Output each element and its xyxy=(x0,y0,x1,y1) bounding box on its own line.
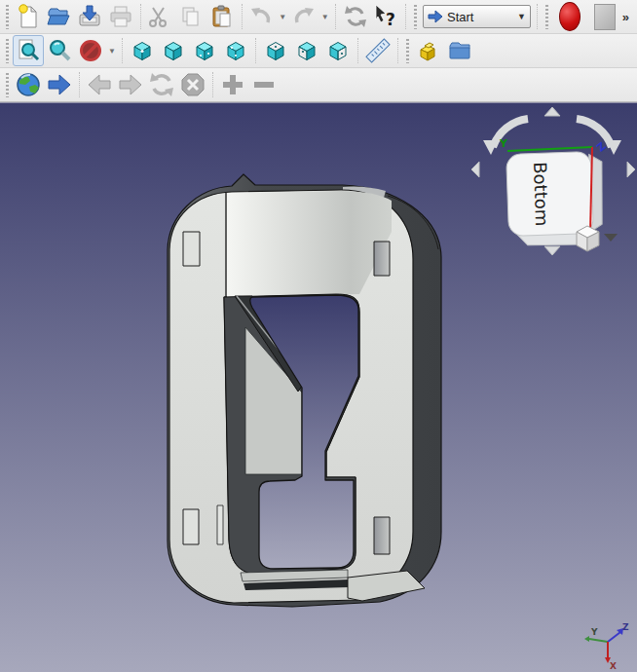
svg-text:?: ? xyxy=(386,10,395,29)
draw-style-button[interactable] xyxy=(75,35,106,66)
toolbar-drag-handle[interactable] xyxy=(405,38,410,63)
create-group-icon xyxy=(447,38,472,63)
file-toolbar: ▼ ▼ ? Start ▼ » xyxy=(0,0,637,34)
save-document-button[interactable] xyxy=(74,1,105,32)
zoom-in-icon xyxy=(219,71,246,98)
navcube-face-label[interactable]: Bottom xyxy=(530,162,552,227)
nav-stop-icon xyxy=(179,71,206,98)
model-part[interactable] xyxy=(168,174,441,607)
zoom-out-button[interactable] xyxy=(248,69,280,100)
create-group-button[interactable] xyxy=(444,35,475,66)
zoom-out-icon xyxy=(250,71,278,98)
toolbar-drag-handle[interactable] xyxy=(5,72,10,97)
whats-this-help-icon: ? xyxy=(373,4,398,29)
paste-button[interactable] xyxy=(206,1,238,32)
bottom-view-icon xyxy=(294,38,319,63)
redo-dropdown-arrow[interactable]: ▼ xyxy=(319,1,331,32)
refresh-icon xyxy=(343,4,368,29)
toolbar-separator xyxy=(335,4,336,29)
navigation-toolbar xyxy=(0,68,637,102)
zoom-selection-icon xyxy=(47,38,72,63)
left-view-button[interactable] xyxy=(322,35,354,66)
top-view-button[interactable] xyxy=(189,35,220,66)
whats-this-help-button[interactable]: ? xyxy=(370,1,401,32)
print-button[interactable] xyxy=(105,1,136,32)
create-part-button[interactable] xyxy=(413,35,444,66)
workbench-icon xyxy=(428,10,443,23)
measure-distance-icon xyxy=(365,38,391,63)
combo-caret-icon: ▼ xyxy=(517,12,526,21)
view-toolbar: ▼ xyxy=(0,34,637,68)
toolbar-separator xyxy=(397,38,398,63)
workbench-selector[interactable]: Start ▼ xyxy=(423,5,531,28)
axonometric-view-icon xyxy=(130,38,155,63)
toolbar-separator xyxy=(255,38,256,63)
start-page-icon xyxy=(46,71,73,98)
toolbar-separator xyxy=(140,4,141,29)
cut-icon xyxy=(147,4,172,29)
cut-button[interactable] xyxy=(145,1,176,32)
3d-scene: Bottom Y Z Y xyxy=(0,103,637,672)
right-view-button[interactable] xyxy=(220,35,251,66)
nav-forward-button[interactable] xyxy=(115,69,146,100)
workbench-selector-value: Start xyxy=(447,10,517,24)
toolbar-separator xyxy=(212,72,213,97)
create-part-icon xyxy=(416,38,441,63)
new-document-button[interactable] xyxy=(13,1,44,32)
zoom-selection-button[interactable] xyxy=(44,35,75,66)
model-slot-top-right xyxy=(374,242,390,276)
draw-style-dropdown-arrow[interactable]: ▼ xyxy=(106,35,118,66)
navcube-y-label: Y xyxy=(499,137,508,150)
macro-stop-button[interactable] xyxy=(587,1,622,32)
toolbar-overflow-chevron[interactable]: » xyxy=(622,10,629,24)
toolbar-drag-handle[interactable] xyxy=(5,4,10,29)
top-view-icon xyxy=(192,38,217,63)
nav-stop-button[interactable] xyxy=(177,69,208,100)
navcube-mini-cube[interactable] xyxy=(577,226,599,251)
undo-button[interactable] xyxy=(246,1,278,32)
rear-view-icon xyxy=(263,38,288,63)
draw-style-icon xyxy=(78,38,103,63)
front-view-button[interactable] xyxy=(158,35,189,66)
toolbar-separator xyxy=(537,4,538,29)
macro-record-button[interactable] xyxy=(552,1,587,32)
toolbar-separator xyxy=(405,4,406,29)
undo-icon xyxy=(248,4,274,29)
axis-x-label: X xyxy=(610,661,617,671)
freecad-window: ▼ ▼ ? Start ▼ » ▼ xyxy=(0,0,637,672)
start-page-button[interactable] xyxy=(44,69,75,100)
axonometric-view-button[interactable] xyxy=(127,35,158,66)
right-view-icon xyxy=(223,38,248,63)
left-view-icon xyxy=(325,38,351,63)
nav-back-button[interactable] xyxy=(84,69,115,100)
open-document-button[interactable] xyxy=(44,1,75,32)
nav-reload-icon xyxy=(148,71,175,98)
nav-reload-button[interactable] xyxy=(146,69,177,100)
front-view-icon xyxy=(161,38,186,63)
web-home-button[interactable] xyxy=(13,69,44,100)
zoom-in-button[interactable] xyxy=(217,69,248,100)
toolbar-separator xyxy=(79,72,80,97)
undo-dropdown-arrow[interactable]: ▼ xyxy=(277,1,288,32)
new-document-icon xyxy=(16,4,41,29)
copy-icon xyxy=(178,4,204,29)
rear-view-button[interactable] xyxy=(260,35,291,66)
macro-stop-icon xyxy=(594,4,616,30)
fit-all-icon xyxy=(16,38,41,63)
model-slot-bottom-right xyxy=(374,517,390,554)
bottom-view-button[interactable] xyxy=(291,35,322,66)
axis-y-label: Y xyxy=(590,627,598,637)
toolbar-drag-handle[interactable] xyxy=(413,4,418,29)
model-slot-top-left xyxy=(183,232,200,266)
copy-button[interactable] xyxy=(175,1,206,32)
save-document-icon xyxy=(77,4,102,29)
toolbar-separator xyxy=(122,38,123,63)
fit-all-button[interactable] xyxy=(13,35,44,66)
redo-button[interactable] xyxy=(288,1,319,32)
toolbar-drag-handle[interactable] xyxy=(5,38,10,63)
redo-icon xyxy=(291,4,317,29)
toolbar-drag-handle[interactable] xyxy=(544,4,549,29)
measure-distance-button[interactable] xyxy=(362,35,393,66)
3d-viewport[interactable]: Bottom Y Z Y xyxy=(0,102,637,672)
refresh-button[interactable] xyxy=(340,1,371,32)
